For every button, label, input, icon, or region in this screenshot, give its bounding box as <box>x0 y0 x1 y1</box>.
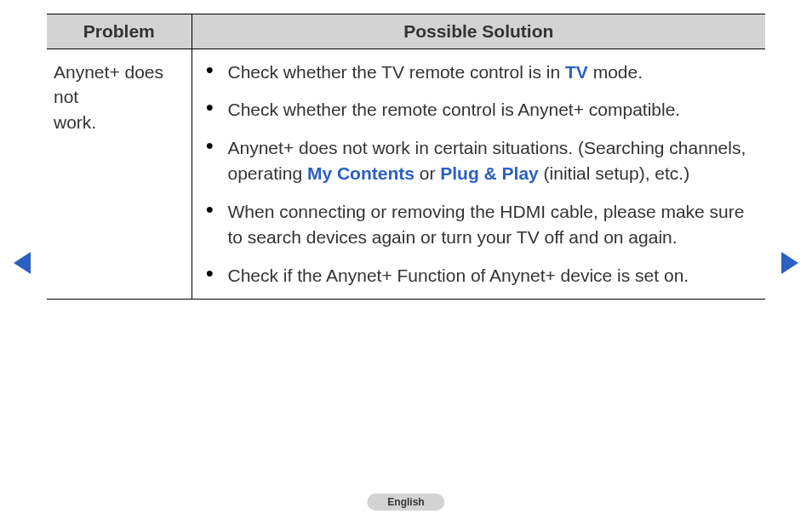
solution-cell: Check whether the TV remote control is i… <box>192 49 765 300</box>
highlight-plugplay: Plug & Play <box>440 163 539 183</box>
problem-text-line1: Anynet+ does not <box>54 62 163 106</box>
troubleshooting-table: Problem Possible Solution Anynet+ does n… <box>47 14 765 300</box>
solution-text: When connecting or removing the HDMI cab… <box>228 202 745 247</box>
list-item: Anynet+ does not work in certain situati… <box>192 135 751 187</box>
solution-text: or <box>415 163 440 183</box>
highlight-tv: TV <box>565 62 588 82</box>
header-solution: Possible Solution <box>192 14 765 49</box>
page-container: Problem Possible Solution Anynet+ does n… <box>0 0 812 531</box>
solution-text: Check if the Anynet+ Function of Anynet+… <box>228 266 689 285</box>
header-problem: Problem <box>47 14 192 49</box>
language-label: English <box>387 496 424 508</box>
table-row: Anynet+ does not work. Check whether the… <box>47 49 765 300</box>
list-item: Check if the Anynet+ Function of Anynet+… <box>192 263 751 288</box>
solution-text: Check whether the remote control is Anyn… <box>228 100 681 119</box>
list-item: When connecting or removing the HDMI cab… <box>192 199 751 251</box>
solution-text: (initial setup), etc.) <box>539 163 689 183</box>
solution-text: mode. <box>588 62 643 82</box>
troubleshooting-table-wrapper: Problem Possible Solution Anynet+ does n… <box>47 14 765 300</box>
next-page-arrow[interactable] <box>781 252 798 274</box>
list-item: Check whether the remote control is Anyn… <box>192 97 751 123</box>
table-header-row: Problem Possible Solution <box>47 14 765 49</box>
language-indicator: English <box>367 494 444 511</box>
highlight-mycontents: My Contents <box>307 163 415 183</box>
list-item: Check whether the TV remote control is i… <box>192 60 751 85</box>
solution-text: Check whether the TV remote control is i… <box>228 62 565 82</box>
problem-text-line2: work. <box>54 112 96 132</box>
previous-page-arrow[interactable] <box>14 252 31 274</box>
problem-cell: Anynet+ does not work. <box>47 49 192 300</box>
solution-list: Check whether the TV remote control is i… <box>192 60 751 288</box>
